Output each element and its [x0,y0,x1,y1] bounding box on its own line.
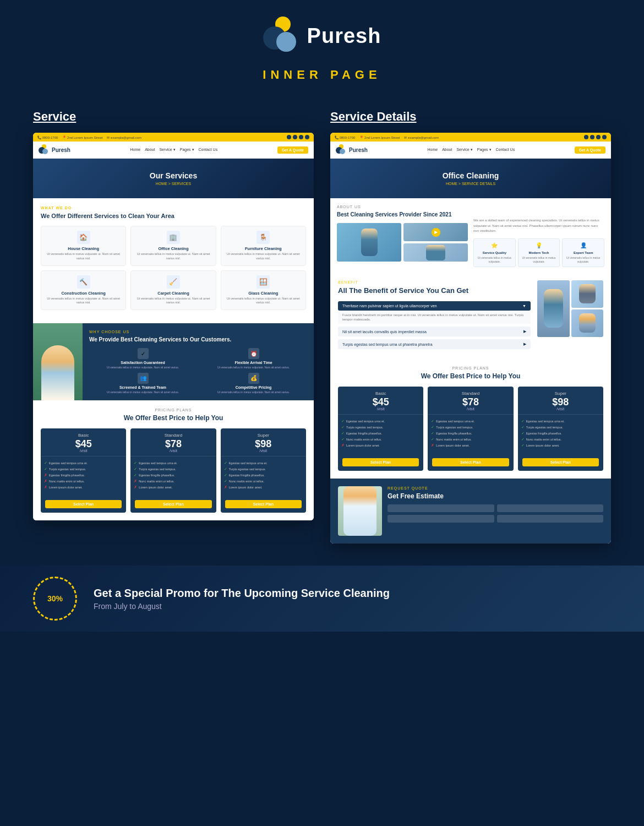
about-image-bottom-right [403,243,468,262]
team-title: Screened & Trained Team [89,385,197,389]
nav-about-r[interactable]: About [442,148,452,152]
check-icon: ✓ [134,467,137,471]
cross-icon: ✗ [134,485,137,490]
pricing-card-standard: Standard $78 /visit ✓Egestas sed tempus … [130,428,216,513]
standard-select-btn[interactable]: Select Plan [135,500,211,508]
right-standard-name: Standard [431,391,510,396]
basic-feature-5: ✗Lorem ipsum dolor amet. [44,485,123,490]
estimate-input-4[interactable] [497,515,604,523]
accordion-item-1: Theritase nam pulvinar sapien ut ligula … [338,301,531,324]
estimate-input-1[interactable] [388,504,494,512]
right-super-select-btn[interactable]: Select Plan [522,458,599,466]
service-page-label[interactable]: Service [33,110,314,124]
r-super-f4: ✓Nunc mattis enim ut tellus. [521,437,600,442]
check-icon: ✓ [341,425,345,430]
accordion-title-1: Theritase nam pulvinar sapien ut ligula … [342,304,437,308]
check-icon: ✓ [521,419,525,423]
accordion-header-3[interactable]: Turpis egestas sed tempus urna ut pharet… [338,339,531,349]
topbar-info-details: 📞 0800-1700 📍 2nd Lorem Ipsum Street ✉ e… [335,135,439,139]
standard-feature-4: ✗Nunc mattis enim ut tellus. [134,479,212,483]
nav-pages-r[interactable]: Pages ▾ [477,148,492,152]
team-icon: 👥 [138,373,149,384]
benefit-right [537,280,603,337]
feature-text: Egestas sed tempus urna et. [49,461,88,465]
person-figure [41,345,74,400]
basic-feature-3: ✗Egestas fringilla phasellus. [44,473,123,477]
social-icon-2[interactable] [293,135,297,139]
social-icon-3[interactable] [299,135,303,139]
accordion-item-3: Turpis egestas sed tempus urna ut pharet… [338,339,531,349]
pricing-icon: 💰 [248,373,259,384]
nav-home-r[interactable]: Home [427,148,438,152]
cross-icon: ✗ [44,479,47,483]
right-pricing-card-super: Super $98 /visit ✓Egestas sed tempus urn… [518,387,603,471]
accordion-header-2[interactable]: Nil sit amet iaculis convallis quis impe… [338,327,531,336]
team-text: Ut venenatis tellus in metus vulputate. … [89,390,197,394]
glass-cleaning-icon: 🪟 [256,275,270,289]
social-icon-r2[interactable] [590,135,594,139]
basic-price: $45 [44,439,123,449]
nav-service[interactable]: Service ▾ [159,148,175,152]
standard-body: ✓Egestas sed tempus urna et. ✓Turpis ege… [130,457,216,496]
check-icon: ✓ [44,467,47,471]
nav-contact[interactable]: Contact Us [199,148,218,152]
basic-name: Basic [44,433,123,438]
estimate-input-2[interactable] [497,504,604,512]
details-breadcrumb-home: HOME [446,182,457,186]
nav-service-r[interactable]: Service ▾ [456,148,472,152]
feature-text: Nunc mattis enim ut tellus. [139,480,174,483]
nav-contact-r[interactable]: Contact Us [496,148,515,152]
benefit-label: BENEFIT [338,280,531,284]
quote-button-r[interactable]: Get A Quote [575,146,605,154]
super-feature-2: ✓Turpis egestas sed tempus. [224,467,303,471]
super-feature-4: ✓Nunc mattis enim ut tellus. [224,479,303,483]
standard-feature-3: ✓Egestas fringilla phasellus. [134,473,212,477]
house-cleaning-title: House Cleaning [45,246,122,251]
play-button[interactable]: ▶ [432,228,440,237]
r-std-f4: ✓Nunc mattis enim ut tellus. [431,437,510,442]
pricing-card-super: Super $98 /visit ✓Egestas sed tempus urn… [221,428,306,513]
r-basic-f1: ✓Egestas sed tempus urna et. [341,419,420,423]
nav-pages[interactable]: Pages ▾ [180,148,194,152]
quote-button[interactable]: Get A Quote [277,146,308,154]
topbar-phone-r: 📞 0800-1700 [335,135,355,139]
r-super-f3: ✓Egestas fringilla phasellus. [521,431,600,436]
feature-text: Turpis egestas sed tempus. [49,468,86,471]
benefit-image-grid [537,280,603,337]
estimate-section: REQUEST QUOTE Get Free Estimate [330,479,611,544]
social-icon-r4[interactable] [602,135,607,139]
right-standard-per: /visit [431,407,510,411]
social-icon-r3[interactable] [596,135,601,139]
about-text: We are a skilled team of experienced cle… [473,218,604,234]
basic-select-btn[interactable]: Select Plan [45,500,122,508]
why-item-pricing: 💰 Competitive Pricing Ut venenatis tellu… [200,373,307,394]
nav-brand-r: Puresh [349,147,368,153]
why-choose-section: WHY CHOOSE US We Provide Best Cleaning S… [33,323,314,400]
accordion-header-1[interactable]: Theritase nam pulvinar sapien ut ligula … [338,301,531,311]
social-icon-1[interactable] [287,135,291,139]
why-item-team: 👥 Screened & Trained Team Ut venenatis t… [89,373,197,394]
estimate-input-3[interactable] [388,515,494,523]
browser-navbar-details: Puresh Home About Service ▾ Pages ▾ Cont… [330,142,611,159]
social-icon-4[interactable] [305,135,309,139]
promo-subtitle: From July to August [94,602,611,611]
flexible-title: Flexible Arrival Time [200,361,307,365]
right-standard-price: $78 [431,397,510,407]
check-icon: ✓ [341,431,345,436]
right-super-price: $98 [521,397,600,407]
furniture-cleaning-title: Furniture Cleaning [225,246,302,251]
super-select-btn[interactable]: Select Plan [225,500,302,508]
nav-home[interactable]: Home [130,148,140,152]
right-pricing-section: PRICING PLANS We Offer Best Price to Hel… [330,358,611,479]
right-pricing-grid: Basic $45 /visit ✓Egestas sed tempus urn… [338,387,603,471]
service-details-page-label[interactable]: Service Details [330,110,611,124]
nav-links: Home About Service ▾ Pages ▾ Contact Us [130,148,217,152]
accordion-item-2: Nil sit amet iaculis convallis quis impe… [338,327,531,336]
pricing-label-service: PRICING PLANS [41,408,306,412]
right-basic-per: /visit [341,407,420,411]
right-basic-select-btn[interactable]: Select Plan [342,458,419,466]
nav-about[interactable]: About [145,148,155,152]
social-icon-r1[interactable] [584,135,588,139]
accordion-title-2: Nil sit amet iaculis convallis quis impe… [342,330,427,334]
right-standard-select-btn[interactable]: Select Plan [432,458,509,466]
